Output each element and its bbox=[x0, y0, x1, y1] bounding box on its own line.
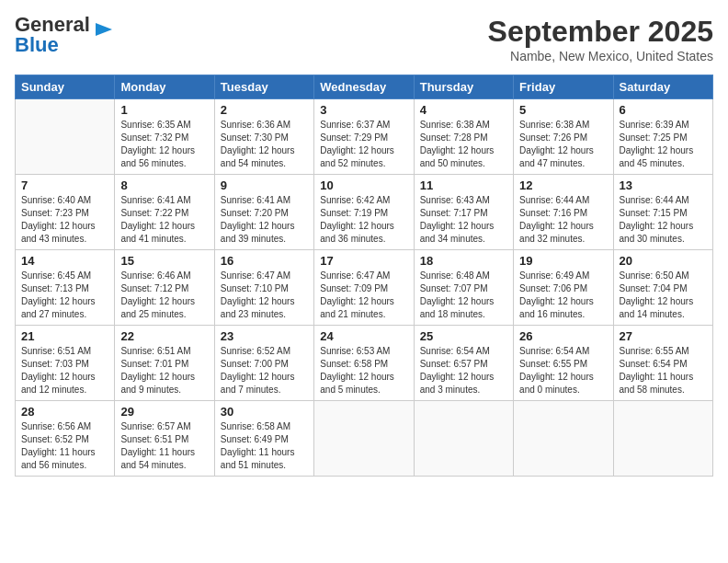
calendar-cell: 8Sunrise: 6:41 AMSunset: 7:22 PMDaylight… bbox=[115, 175, 214, 250]
day-number: 28 bbox=[21, 405, 108, 419]
day-number: 19 bbox=[519, 254, 607, 268]
day-info: Sunrise: 6:54 AMSunset: 6:55 PMDaylight:… bbox=[519, 345, 607, 396]
day-number: 6 bbox=[620, 103, 707, 117]
day-number: 9 bbox=[221, 178, 308, 192]
calendar-cell: 29Sunrise: 6:57 AMSunset: 6:51 PMDayligh… bbox=[115, 401, 214, 477]
calendar-cell bbox=[414, 401, 513, 477]
day-info: Sunrise: 6:42 AMSunset: 7:19 PMDaylight:… bbox=[320, 194, 407, 246]
calendar-week-row: 14Sunrise: 6:45 AMSunset: 7:13 PMDayligh… bbox=[16, 250, 713, 326]
day-info: Sunrise: 6:47 AMSunset: 7:10 PMDaylight:… bbox=[221, 270, 308, 321]
day-number: 12 bbox=[519, 178, 607, 192]
calendar-cell: 12Sunrise: 6:44 AMSunset: 7:16 PMDayligh… bbox=[514, 175, 613, 250]
day-number: 20 bbox=[620, 254, 707, 268]
calendar-cell: 16Sunrise: 6:47 AMSunset: 7:10 PMDayligh… bbox=[214, 250, 313, 326]
calendar-cell: 4Sunrise: 6:38 AMSunset: 7:28 PMDaylight… bbox=[414, 99, 513, 175]
calendar-cell: 11Sunrise: 6:43 AMSunset: 7:17 PMDayligh… bbox=[414, 175, 513, 250]
calendar-day-header: Wednesday bbox=[314, 75, 414, 99]
calendar-cell bbox=[16, 99, 115, 175]
calendar-day-header: Thursday bbox=[414, 75, 513, 99]
day-info: Sunrise: 6:39 AMSunset: 7:25 PMDaylight:… bbox=[620, 119, 707, 170]
day-info: Sunrise: 6:49 AMSunset: 7:06 PMDaylight:… bbox=[519, 270, 607, 321]
calendar-cell: 13Sunrise: 6:44 AMSunset: 7:15 PMDayligh… bbox=[613, 175, 712, 250]
day-info: Sunrise: 6:41 AMSunset: 7:22 PMDaylight:… bbox=[120, 194, 208, 246]
calendar-day-header: Tuesday bbox=[214, 75, 313, 99]
calendar-cell: 19Sunrise: 6:49 AMSunset: 7:06 PMDayligh… bbox=[514, 250, 613, 326]
calendar-cell: 17Sunrise: 6:47 AMSunset: 7:09 PMDayligh… bbox=[314, 250, 414, 326]
day-number: 29 bbox=[120, 405, 208, 419]
calendar-day-header: Saturday bbox=[613, 75, 712, 99]
calendar-cell: 1Sunrise: 6:35 AMSunset: 7:32 PMDaylight… bbox=[115, 99, 214, 175]
calendar-week-row: 21Sunrise: 6:51 AMSunset: 7:03 PMDayligh… bbox=[16, 326, 713, 401]
logo: General Blue bbox=[15, 15, 114, 55]
day-info: Sunrise: 6:51 AMSunset: 7:01 PMDaylight:… bbox=[120, 345, 208, 396]
day-number: 22 bbox=[120, 329, 208, 343]
day-info: Sunrise: 6:43 AMSunset: 7:17 PMDaylight:… bbox=[420, 194, 507, 246]
svg-marker-0 bbox=[96, 23, 112, 36]
day-info: Sunrise: 6:57 AMSunset: 6:51 PMDaylight:… bbox=[120, 420, 208, 472]
calendar-cell: 28Sunrise: 6:56 AMSunset: 6:52 PMDayligh… bbox=[16, 401, 115, 477]
calendar-cell: 27Sunrise: 6:55 AMSunset: 6:54 PMDayligh… bbox=[613, 326, 712, 401]
calendar-cell bbox=[514, 401, 613, 477]
calendar-cell bbox=[314, 401, 414, 477]
day-number: 21 bbox=[21, 329, 108, 343]
header: General Blue September 2025 Nambe, New M… bbox=[15, 15, 713, 63]
page-subtitle: Nambe, New Mexico, United States bbox=[488, 49, 713, 63]
day-info: Sunrise: 6:55 AMSunset: 6:54 PMDaylight:… bbox=[620, 345, 707, 396]
day-number: 26 bbox=[519, 329, 607, 343]
calendar-cell: 30Sunrise: 6:58 AMSunset: 6:49 PMDayligh… bbox=[214, 401, 313, 477]
day-info: Sunrise: 6:53 AMSunset: 6:58 PMDaylight:… bbox=[320, 345, 407, 396]
day-number: 18 bbox=[420, 254, 507, 268]
calendar-cell: 7Sunrise: 6:40 AMSunset: 7:23 PMDaylight… bbox=[16, 175, 115, 250]
calendar-cell: 6Sunrise: 6:39 AMSunset: 7:25 PMDaylight… bbox=[613, 99, 712, 175]
calendar-cell: 26Sunrise: 6:54 AMSunset: 6:55 PMDayligh… bbox=[514, 326, 613, 401]
calendar-cell: 24Sunrise: 6:53 AMSunset: 6:58 PMDayligh… bbox=[314, 326, 414, 401]
calendar-cell: 23Sunrise: 6:52 AMSunset: 7:00 PMDayligh… bbox=[214, 326, 313, 401]
calendar-table: SundayMondayTuesdayWednesdayThursdayFrid… bbox=[15, 75, 713, 477]
day-info: Sunrise: 6:35 AMSunset: 7:32 PMDaylight:… bbox=[120, 119, 208, 170]
calendar-week-row: 1Sunrise: 6:35 AMSunset: 7:32 PMDaylight… bbox=[16, 99, 713, 175]
day-info: Sunrise: 6:48 AMSunset: 7:07 PMDaylight:… bbox=[420, 270, 507, 321]
day-info: Sunrise: 6:51 AMSunset: 7:03 PMDaylight:… bbox=[21, 345, 108, 396]
day-info: Sunrise: 6:44 AMSunset: 7:16 PMDaylight:… bbox=[519, 194, 607, 246]
calendar-day-header: Friday bbox=[514, 75, 613, 99]
day-info: Sunrise: 6:47 AMSunset: 7:09 PMDaylight:… bbox=[320, 270, 407, 321]
day-info: Sunrise: 6:56 AMSunset: 6:52 PMDaylight:… bbox=[21, 420, 108, 472]
calendar-cell: 18Sunrise: 6:48 AMSunset: 7:07 PMDayligh… bbox=[414, 250, 513, 326]
day-number: 2 bbox=[221, 103, 308, 117]
calendar-cell: 21Sunrise: 6:51 AMSunset: 7:03 PMDayligh… bbox=[16, 326, 115, 401]
day-number: 15 bbox=[120, 254, 208, 268]
calendar-day-header: Monday bbox=[115, 75, 214, 99]
day-info: Sunrise: 6:41 AMSunset: 7:20 PMDaylight:… bbox=[221, 194, 308, 246]
day-info: Sunrise: 6:44 AMSunset: 7:15 PMDaylight:… bbox=[620, 194, 707, 246]
page-title: September 2025 bbox=[488, 15, 713, 49]
day-info: Sunrise: 6:38 AMSunset: 7:26 PMDaylight:… bbox=[519, 119, 607, 170]
day-number: 24 bbox=[320, 329, 407, 343]
day-number: 3 bbox=[320, 103, 407, 117]
calendar-week-row: 7Sunrise: 6:40 AMSunset: 7:23 PMDaylight… bbox=[16, 175, 713, 250]
day-info: Sunrise: 6:50 AMSunset: 7:04 PMDaylight:… bbox=[620, 270, 707, 321]
day-info: Sunrise: 6:36 AMSunset: 7:30 PMDaylight:… bbox=[221, 119, 308, 170]
calendar-cell: 3Sunrise: 6:37 AMSunset: 7:29 PMDaylight… bbox=[314, 99, 414, 175]
day-number: 16 bbox=[221, 254, 308, 268]
logo-arrow-icon bbox=[94, 19, 114, 40]
day-info: Sunrise: 6:46 AMSunset: 7:12 PMDaylight:… bbox=[120, 270, 208, 321]
calendar-cell bbox=[613, 401, 712, 477]
day-number: 1 bbox=[120, 103, 208, 117]
day-info: Sunrise: 6:58 AMSunset: 6:49 PMDaylight:… bbox=[221, 420, 308, 472]
day-number: 8 bbox=[120, 178, 208, 192]
calendar-cell: 15Sunrise: 6:46 AMSunset: 7:12 PMDayligh… bbox=[115, 250, 214, 326]
day-info: Sunrise: 6:37 AMSunset: 7:29 PMDaylight:… bbox=[320, 119, 407, 170]
day-info: Sunrise: 6:52 AMSunset: 7:00 PMDaylight:… bbox=[221, 345, 308, 396]
calendar-cell: 5Sunrise: 6:38 AMSunset: 7:26 PMDaylight… bbox=[514, 99, 613, 175]
day-number: 13 bbox=[620, 178, 707, 192]
calendar-cell: 20Sunrise: 6:50 AMSunset: 7:04 PMDayligh… bbox=[613, 250, 712, 326]
calendar-week-row: 28Sunrise: 6:56 AMSunset: 6:52 PMDayligh… bbox=[16, 401, 713, 477]
day-number: 30 bbox=[221, 405, 308, 419]
day-number: 25 bbox=[420, 329, 507, 343]
day-number: 27 bbox=[620, 329, 707, 343]
calendar-header-row: SundayMondayTuesdayWednesdayThursdayFrid… bbox=[16, 75, 713, 99]
calendar-cell: 10Sunrise: 6:42 AMSunset: 7:19 PMDayligh… bbox=[314, 175, 414, 250]
day-info: Sunrise: 6:40 AMSunset: 7:23 PMDaylight:… bbox=[21, 194, 108, 246]
title-area: September 2025 Nambe, New Mexico, United… bbox=[488, 15, 713, 63]
calendar-cell: 14Sunrise: 6:45 AMSunset: 7:13 PMDayligh… bbox=[16, 250, 115, 326]
